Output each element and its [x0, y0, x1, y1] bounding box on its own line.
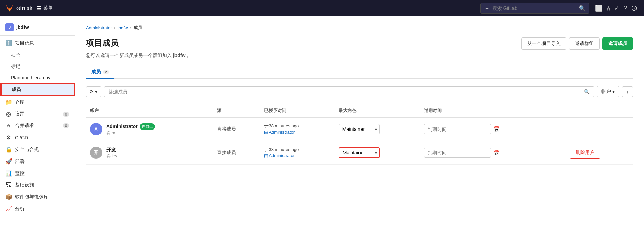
- calendar-icon-dev[interactable]: 📅: [493, 150, 500, 156]
- page-header: 项目成员 从一个项目导入 邀请群组 邀请成员: [86, 37, 633, 50]
- sidebar-label-cicd: CI/CD: [15, 135, 28, 140]
- sidebar-label-issues: 议题: [15, 111, 25, 117]
- member-expire-admin[interactable]: 📅: [420, 118, 566, 141]
- sidebar-label-repository: 仓库: [15, 99, 25, 105]
- sidebar-item-cicd[interactable]: ⚙ CI/CD: [0, 132, 75, 143]
- col-actions: [566, 104, 633, 118]
- member-info-admin: Administrator 你自己 @root: [106, 123, 155, 135]
- sidebar-label-merge-requests: 合并请求: [15, 123, 34, 129]
- user-avatar-button[interactable]: ⊙: [630, 2, 639, 14]
- project-avatar: J: [5, 23, 14, 31]
- sidebar-label-analytics: 分析: [15, 206, 25, 212]
- help-icon-button[interactable]: ?: [622, 3, 628, 13]
- invite-group-button[interactable]: 邀请群组: [569, 37, 600, 50]
- breadcrumb-current: 成员: [134, 25, 142, 31]
- cicd-icon: ⚙: [5, 134, 12, 141]
- member-role-admin[interactable]: Guest Reporter Developer Maintainer Owne…: [335, 118, 420, 141]
- tab-members[interactable]: 成员 2: [86, 65, 114, 79]
- access-time-dev: 于38 minutes ago: [264, 147, 330, 153]
- role-select-wrap-admin[interactable]: Guest Reporter Developer Maintainer Owne…: [339, 124, 380, 134]
- calendar-icon-admin[interactable]: 📅: [493, 126, 500, 133]
- sidebar-item-project-info[interactable]: ℹ️ 项目信息: [0, 37, 75, 49]
- sidebar-item-infrastructure[interactable]: 🏗 基础设施: [0, 179, 75, 191]
- gitlab-logo-icon: [5, 4, 14, 12]
- sidebar-item-planning[interactable]: Planning hierarchy: [0, 72, 75, 83]
- col-source: 源: [213, 104, 260, 118]
- page-title-block: 项目成员: [86, 37, 119, 48]
- merge-badge: 0: [63, 123, 69, 128]
- member-cell: A Administrator 你自己 @root: [90, 123, 209, 135]
- merge-icon-button[interactable]: ⑃: [605, 3, 612, 13]
- role-select-wrap-dev[interactable]: Guest Reporter Developer Maintainer Owne…: [339, 147, 380, 158]
- col-access: 已授予访问: [260, 104, 334, 118]
- expire-input-dev[interactable]: [424, 148, 491, 158]
- table-header: 帐户 源 已授予访问 最大角色 过期时间: [86, 104, 633, 118]
- filter-members-input[interactable]: [108, 89, 584, 94]
- project-name: jbdfw: [16, 25, 29, 30]
- issues-icon: ◎: [5, 111, 12, 117]
- sidebar-item-packages[interactable]: 📦 软件包与镜像库: [0, 191, 75, 203]
- member-name-dev: 开发: [106, 147, 117, 153]
- todo-icon-button[interactable]: ⬜: [594, 3, 604, 13]
- breadcrumb-project[interactable]: jbdfw: [118, 25, 128, 30]
- filter-input-wrap[interactable]: 🔍: [104, 86, 594, 97]
- sidebar-item-merge-requests[interactable]: ⑃ 合并请求 0: [0, 120, 75, 132]
- sidebar-item-issues[interactable]: ◎ 议题 0: [0, 108, 75, 120]
- logo[interactable]: GitLab: [5, 4, 33, 12]
- sidebar-label-packages: 软件包与镜像库: [15, 194, 48, 200]
- tabs-bar: 成员 2: [86, 65, 633, 79]
- issues-icon-button[interactable]: ✓: [613, 3, 621, 13]
- access-by-dev[interactable]: 由Administrator: [264, 153, 330, 159]
- role-select-dev[interactable]: Guest Reporter Developer Maintainer Owne…: [339, 147, 380, 158]
- breadcrumb: Administrator › jbdfw › 成员: [86, 25, 633, 31]
- breadcrumb-sep-1: ›: [114, 25, 116, 30]
- invite-member-button[interactable]: 邀请成员: [602, 37, 633, 50]
- gitlab-wordmark: GitLab: [16, 5, 33, 11]
- top-navigation: GitLab ☰ 菜单 ＋ 🔍 ⬜ ⑃ ✓ ? ⊙: [0, 0, 644, 16]
- member-access-admin: 于38 minutes ago 由Administrator: [260, 118, 334, 141]
- sidebar-item-activity[interactable]: 动态: [0, 49, 75, 61]
- expire-input-admin[interactable]: [424, 124, 491, 134]
- nav-icon-group: ⬜ ⑃ ✓ ? ⊙: [594, 2, 639, 14]
- delete-user-button-dev[interactable]: 删除用户: [570, 147, 600, 159]
- member-cell: 开 开发 @dev: [90, 147, 209, 159]
- breadcrumb-admin[interactable]: Administrator: [86, 25, 112, 30]
- project-name-in-subtitle: jbdfw: [173, 52, 186, 58]
- col-role: 最大角色: [335, 104, 420, 118]
- import-project-button[interactable]: 从一个项目导入: [521, 37, 566, 50]
- sidebar-label-monitor: 监控: [15, 170, 25, 177]
- member-access-dev: 于38 minutes ago 由Administrator: [260, 141, 334, 165]
- project-header[interactable]: J jbdfw: [0, 19, 75, 36]
- member-role-dev[interactable]: Guest Reporter Developer Maintainer Owne…: [335, 141, 420, 165]
- sidebar-item-labels[interactable]: 标记: [0, 61, 75, 72]
- sidebar-item-repository[interactable]: 📁 仓库: [0, 96, 75, 108]
- sidebar-item-deploy[interactable]: 🚀 部署: [0, 155, 75, 167]
- member-expire-dev[interactable]: 📅: [420, 141, 566, 165]
- sidebar-label-deploy: 部署: [15, 158, 25, 165]
- member-source-admin: 直接成员: [213, 118, 260, 141]
- sidebar-label-labels: 标记: [11, 63, 20, 70]
- member-source-dev: 直接成员: [213, 141, 260, 165]
- col-expire: 过期时间: [420, 104, 566, 118]
- sidebar-item-security[interactable]: 🔒 安全与合规: [0, 143, 75, 155]
- sort-order-button[interactable]: ↕: [622, 86, 633, 97]
- sidebar-item-analytics[interactable]: 📈 分析: [0, 203, 75, 215]
- sidebar-label-activity: 动态: [11, 52, 20, 58]
- member-avatar-admin: A: [90, 123, 102, 135]
- info-icon: ℹ️: [5, 40, 12, 46]
- history-filter-button[interactable]: ⟳ ▾: [86, 86, 101, 97]
- sidebar-item-members[interactable]: 成员: [0, 83, 75, 96]
- menu-button[interactable]: ☰ 菜单: [37, 5, 53, 11]
- page-subtitle: 您可以邀请一个新成员或另一个群组加入 jbdfw 。: [86, 52, 633, 59]
- global-search-bar[interactable]: ＋ 🔍: [480, 3, 589, 14]
- col-account: 帐户: [86, 104, 213, 118]
- analytics-icon: 📈: [5, 206, 12, 212]
- member-name-admin: Administrator 你自己: [106, 123, 155, 130]
- access-by-admin[interactable]: 由Administrator: [264, 129, 330, 135]
- account-sort-button[interactable]: 帐户 ▾: [597, 86, 619, 97]
- search-input[interactable]: [492, 5, 576, 11]
- filter-bar: ⟳ ▾ 🔍 帐户 ▾ ↕: [86, 86, 633, 97]
- sidebar-item-monitor[interactable]: 📊 监控: [0, 167, 75, 179]
- merge-requests-icon: ⑃: [5, 123, 12, 129]
- role-select-admin[interactable]: Guest Reporter Developer Maintainer Owne…: [339, 124, 380, 134]
